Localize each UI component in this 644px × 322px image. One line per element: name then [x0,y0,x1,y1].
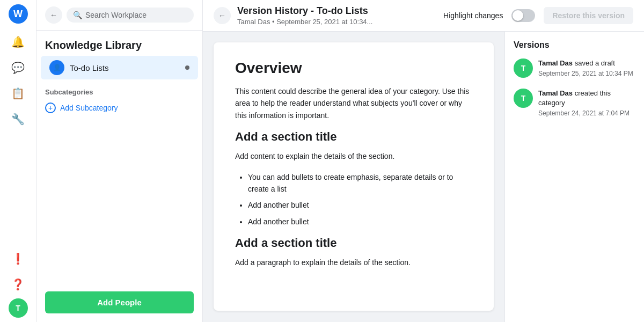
restore-button[interactable]: Restore this version [544,7,633,24]
add-people-button[interactable]: Add People [45,291,194,313]
version-text-2: Tamal Das created this category [538,89,635,108]
subcategories-section: Subcategories + Add Subcategory [36,79,202,120]
highlight-label: Highlight changes [443,11,503,20]
doc-overview-title: Overview [235,60,472,77]
help-icon[interactable]: ❓ [6,273,30,296]
version-avatar-1: T [514,58,533,78]
workplace-logo[interactable]: W [9,4,28,24]
list-item: Add another bullet [248,199,472,211]
content-area: Overview This content could describe the… [203,32,644,322]
doc-section2-text: Add a paragraph to explain the details o… [235,257,472,268]
version-text-1: Tamal Das saved a draft [538,58,635,68]
main-area: ← Version History - To-do Lists Tamal Da… [203,0,644,322]
highlight-toggle[interactable] [511,9,535,22]
chat-icon[interactable]: 💬 [6,56,30,79]
page-title: Version History - To-do Lists [237,5,437,17]
doc-section1-text: Add content to explain the details of th… [235,150,472,162]
wrench-icon[interactable]: 🔧 [6,107,30,131]
user-avatar-nav[interactable]: T [9,298,28,318]
nav-bar: W 🔔 💬 📋 🔧 ❗ ❓ T [0,0,36,322]
versions-title: Versions [514,40,635,50]
sidebar-item-todo-lists[interactable]: 👤 To-do Lists [41,56,198,79]
add-subcategory-label: Add Subcategory [60,104,118,112]
versions-panel: Versions T Tamal Das saved a draft Septe… [504,32,644,322]
sidebar-item-label: To-do Lists [70,63,180,72]
main-back-button[interactable]: ← [214,7,231,24]
version-item-2[interactable]: T Tamal Das created this category Septem… [514,89,635,117]
header-controls: Highlight changes Restore this version [443,7,633,24]
version-info-2: Tamal Das created this category Septembe… [538,89,635,117]
bell-icon[interactable]: 🔔 [6,30,30,54]
page-subtitle: Tamal Das • September 25, 2021 at 10:34.… [237,18,437,26]
version-avatar-2: T [514,89,533,108]
search-icon: 🔍 [73,11,82,19]
list-item-indicator [185,65,189,70]
list-item: Add another bullet [248,216,472,228]
version-info-1: Tamal Das saved a draft September 25, 20… [538,58,635,78]
bookmark-icon[interactable]: 📋 [6,82,30,105]
main-header-info: Version History - To-do Lists Tamal Das … [237,5,437,26]
doc-bullet-list: You can add bullets to create emphasis, … [235,171,472,228]
doc-section1-title: Add a section title [235,130,472,144]
search-placeholder: Search Workplace [85,11,147,19]
sidebar-header: ← 🔍 Search Workplace [36,0,202,31]
back-button[interactable]: ← [45,6,62,24]
alert-icon[interactable]: ❗ [6,247,30,270]
version-date-2: September 24, 2021 at 7:04 PM [538,109,635,117]
add-icon: + [45,103,56,113]
document-view: Overview This content could describe the… [203,32,504,322]
search-box[interactable]: 🔍 Search Workplace [67,8,194,23]
subcategories-title: Subcategories [45,88,194,96]
doc-overview-text: This content could describe the general … [235,85,472,121]
version-date-1: September 25, 2021 at 10:34 PM [538,70,635,77]
sidebar-title: Knowledge Library [36,31,202,56]
list-item: You can add bullets to create emphasis, … [248,171,472,195]
document-card: Overview This content could describe the… [214,42,494,311]
sidebar: ← 🔍 Search Workplace Knowledge Library 👤… [36,0,203,322]
todo-list-icon: 👤 [49,60,64,75]
main-header: ← Version History - To-do Lists Tamal Da… [203,0,644,32]
version-item-1[interactable]: T Tamal Das saved a draft September 25, … [514,58,635,78]
add-subcategory-button[interactable]: + Add Subcategory [45,100,194,115]
doc-section2-title: Add a section title [235,236,472,250]
